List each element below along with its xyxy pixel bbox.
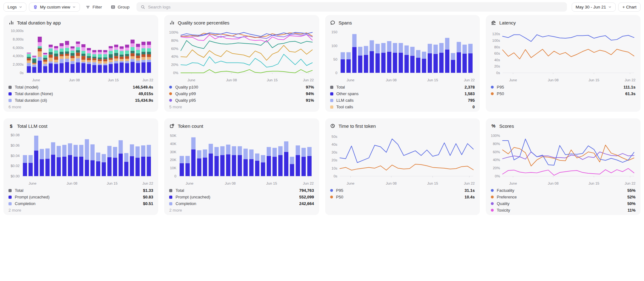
legend-row[interactable]: Preference52% (491, 194, 636, 200)
svg-text:0s: 0s (333, 174, 337, 178)
svg-text:20%: 20% (493, 166, 500, 170)
legend-swatch (169, 92, 172, 95)
svg-text:$0.04: $0.04 (11, 154, 20, 158)
dashboard-grid: Total duration by app 0s2,000s4,000s6,00… (0, 14, 644, 217)
legend-row[interactable]: Total$1.33 (8, 187, 153, 194)
svg-text:120s: 120s (492, 32, 500, 36)
legend-row[interactable]: Prompt (uncached)552,099 (169, 194, 314, 200)
add-chart-button[interactable]: + Chart (618, 3, 641, 12)
legend-value: 15,434.9s (135, 98, 153, 103)
legend-value: 94% (306, 91, 314, 96)
date-range-button[interactable]: May 30 - Jun 21 (572, 3, 616, 12)
chart-canvas-quality-percentiles[interactable]: 0%20%40%60%80%100%JuneJun 08Jun 15Jun 22 (169, 27, 314, 83)
legend-value: 91% (306, 98, 314, 103)
svg-text:0s: 0s (496, 71, 500, 75)
svg-text:40s: 40s (331, 143, 337, 146)
custom-view-label: My custom view (40, 5, 70, 9)
legend-row[interactable]: Completion242,664 (169, 200, 314, 207)
svg-text:0s: 0s (20, 71, 24, 75)
legend-swatch (330, 189, 333, 192)
legend-row[interactable]: Total2,378 (330, 84, 475, 90)
legend-more[interactable]: 6 more (8, 104, 153, 110)
legend-value: $0.83 (143, 195, 153, 199)
svg-text:10K: 10K (170, 166, 177, 170)
svg-text:6,000s: 6,000s (13, 46, 24, 50)
legend-more[interactable]: 5 more (169, 104, 314, 110)
custom-view-dropdown-button[interactable]: My custom view (29, 3, 80, 12)
svg-text:Jun 15: Jun 15 (107, 181, 117, 185)
svg-text:50s: 50s (331, 135, 337, 138)
legend-label: P50 (336, 195, 462, 199)
legend-row[interactable]: P95111.1s (491, 84, 636, 90)
chart-canvas-scores[interactable]: 0%20%40%60%80%100%JuneJun 08Jun 15Jun 22 (491, 130, 636, 186)
svg-text:Jun 22: Jun 22 (303, 78, 314, 82)
chart-canvas-spans[interactable]: 050100150JuneJun 08Jun 15Jun 22 (330, 27, 475, 83)
legend-row[interactable]: Total794,763 (169, 187, 314, 194)
legend-swatch (330, 99, 333, 102)
chevron-down-icon (72, 5, 76, 9)
chart-canvas-total-duration[interactable]: 0s2,000s4,000s6,000s8,000s10,000sJuneJun… (8, 27, 153, 83)
svg-text:Jun 08: Jun 08 (225, 181, 236, 185)
legend-row[interactable]: Total duration (None)49,015s (8, 90, 153, 97)
legend: Quality p10097%Quality p9994%Quality p95… (169, 84, 314, 110)
chat-bubble-icon (330, 20, 336, 25)
legend-value: 0 (473, 105, 475, 109)
search-input[interactable] (148, 5, 563, 9)
svg-text:150: 150 (331, 30, 337, 34)
legend-swatch (169, 196, 172, 199)
svg-text:40%: 40% (493, 158, 500, 162)
chart-canvas-token-count[interactable]: 010K20K30K40K50KJuneJun 08Jun 15Jun 22 (169, 130, 314, 186)
chart-canvas-ttft[interactable]: 0s10s20s30s40s50sJuneJun 08Jun 15Jun 22 (330, 130, 475, 186)
legend-row[interactable]: Other spans1,583 (330, 90, 475, 97)
group-button[interactable]: Group (108, 3, 133, 12)
legend-row[interactable]: Quality50% (491, 200, 636, 207)
svg-text:100%: 100% (491, 134, 500, 138)
legend-row[interactable]: Tool calls0 (330, 104, 475, 110)
legend-value: 11% (628, 208, 636, 213)
svg-text:Jun 08: Jun 08 (226, 78, 237, 82)
svg-text:80%: 80% (171, 39, 178, 42)
legend-row[interactable]: Quality p9591% (169, 97, 314, 104)
legend-value: 52% (627, 195, 636, 199)
svg-text:June: June (187, 78, 195, 82)
panel-title: Latency (499, 20, 516, 25)
legend-value: 146,549.4s (133, 85, 153, 89)
svg-text:100%: 100% (169, 30, 178, 34)
svg-text:Jun 22: Jun 22 (625, 181, 635, 185)
legend-more[interactable]: 2 more (169, 207, 314, 213)
legend-swatch (8, 92, 12, 95)
legend-row[interactable]: Quality p10097% (169, 84, 314, 90)
legend-swatch (491, 92, 494, 95)
legend-row[interactable]: Prompt (uncached)$0.83 (8, 194, 153, 200)
panel-title: Total LLM cost (17, 123, 47, 129)
legend-more[interactable]: 2 more (8, 207, 153, 213)
legend-row[interactable]: Toxicity11% (491, 207, 636, 213)
legend-row[interactable]: P5061.3s (491, 90, 636, 97)
legend-row[interactable]: Total (model)146,549.4s (8, 84, 153, 90)
legend-row[interactable]: Quality p9994% (169, 90, 314, 97)
legend-row[interactable]: P9531.1s (330, 187, 475, 194)
legend-value: 242,664 (299, 201, 314, 206)
legend-label: Factuality (497, 188, 624, 193)
panel-title: Time to first token (339, 123, 376, 129)
panel-header: Time to first token (330, 122, 475, 130)
filter-button[interactable]: Filter (82, 3, 105, 12)
legend-row[interactable]: Completion$0.51 (8, 200, 153, 207)
svg-text:Jun 15: Jun 15 (427, 181, 438, 185)
logs-dropdown-button[interactable]: Logs (3, 3, 26, 12)
svg-text:10,000s: 10,000s (11, 29, 24, 33)
legend: Total2,378Other spans1,583LLM calls795To… (330, 84, 475, 110)
search-box[interactable] (136, 2, 567, 12)
chart-canvas-llm-cost[interactable]: $0.00$0.02$0.04$0.06$0.08JuneJun 08Jun 1… (8, 130, 153, 186)
svg-text:$0.06: $0.06 (11, 143, 20, 147)
panel-header: Spans (330, 19, 475, 26)
chart-canvas-latency[interactable]: 0s20s40s60s80s100s120sJuneJun 08Jun 15Ju… (491, 27, 636, 83)
legend-row[interactable]: P5010.4s (330, 194, 475, 200)
legend-row[interactable]: LLM calls795 (330, 97, 475, 104)
view-layers-icon (33, 5, 38, 9)
legend-swatch (169, 202, 172, 205)
svg-text:June: June (29, 181, 36, 185)
legend-label: Total (15, 188, 140, 193)
legend-row[interactable]: Total duration (cli)15,434.9s (8, 97, 153, 104)
legend-row[interactable]: Factuality55% (491, 187, 636, 194)
